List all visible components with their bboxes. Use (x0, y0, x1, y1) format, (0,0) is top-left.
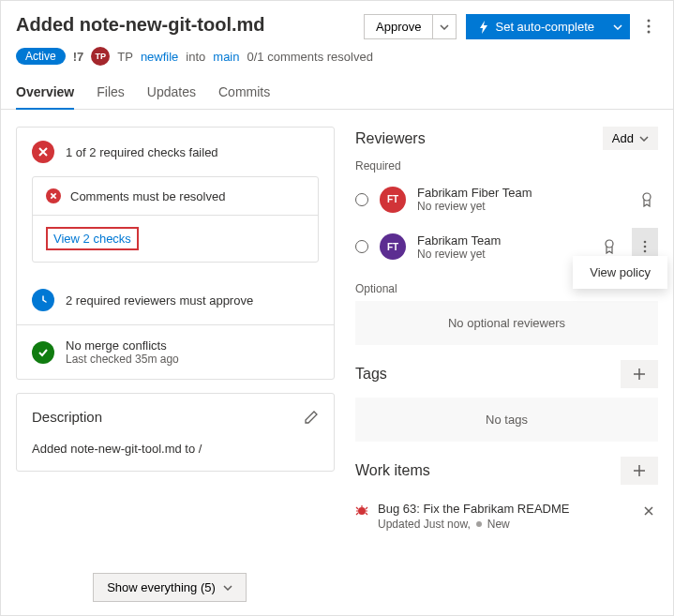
work-item-row: Bug 63: Fix the Fabrikam README Updated … (355, 494, 658, 538)
reviewer-vote-radio[interactable] (355, 193, 368, 206)
comments-must-resolve: Comments must be resolved (70, 189, 225, 203)
lightning-icon (478, 21, 489, 34)
author-avatar[interactable]: TP (91, 47, 110, 66)
reviewer-vote-radio[interactable] (355, 240, 368, 253)
svg-point-0 (648, 20, 651, 23)
state-dot-icon (476, 521, 482, 527)
close-icon (643, 505, 654, 517)
svg-point-9 (358, 507, 366, 515)
check-icon (32, 341, 54, 364)
checks-subcard: Comments must be resolved View 2 checks (32, 176, 319, 263)
no-tags: No tags (355, 398, 658, 442)
reviewer-status: No review yet (417, 248, 592, 261)
reviewer-row: FT Fabrikam Team No review yet View poli… (355, 220, 658, 273)
reviewer-name[interactable]: Fabrikam Team (417, 233, 592, 248)
svg-point-2 (648, 31, 651, 34)
approve-split: Approve (364, 14, 457, 39)
description-text: Added note-new-git-tool.md to / (32, 442, 319, 456)
work-item-updated: Updated Just now, (378, 518, 471, 531)
tab-updates[interactable]: Updates (147, 77, 196, 109)
add-work-item-button[interactable] (621, 457, 658, 485)
work-item-state: New (487, 518, 510, 531)
view-checks-link[interactable]: View 2 checks (53, 232, 131, 246)
plus-icon (633, 368, 646, 381)
chevron-down-icon (223, 585, 232, 591)
add-reviewer-button[interactable]: Add (603, 127, 658, 150)
reviewers-must-approve: 2 required reviewers must approve (66, 293, 253, 308)
into-label: into (186, 50, 205, 64)
tab-files[interactable]: Files (97, 77, 125, 109)
add-label: Add (612, 131, 634, 145)
bug-icon (355, 503, 368, 517)
autocomplete-label: Set auto-complete (495, 20, 594, 34)
fail-icon (46, 188, 61, 203)
chevron-down-icon (613, 24, 622, 30)
tab-overview[interactable]: Overview (16, 77, 74, 109)
approve-button[interactable]: Approve (364, 14, 432, 39)
clock-icon (32, 289, 54, 311)
svg-point-5 (606, 240, 613, 248)
tab-commits[interactable]: Commits (218, 77, 270, 109)
autocomplete-dropdown[interactable] (606, 14, 630, 39)
remove-work-item-button[interactable] (639, 502, 658, 520)
chevron-down-icon (639, 136, 649, 142)
reviewer-avatar[interactable]: FT (380, 233, 406, 260)
reviewers-title: Reviewers (355, 130, 426, 147)
svg-point-4 (643, 193, 651, 201)
approve-dropdown[interactable] (432, 14, 457, 39)
add-tag-button[interactable] (621, 360, 658, 388)
set-autocomplete-button[interactable]: Set auto-complete (466, 14, 606, 39)
description-title: Description (32, 409, 102, 425)
comments-resolved: 0/1 comments resolved (247, 50, 373, 64)
required-label: Required (355, 159, 658, 173)
show-everything-label: Show everything (5) (107, 580, 216, 594)
work-items-title: Work items (355, 462, 430, 479)
pr-id: !7 (73, 50, 84, 64)
more-actions-button[interactable] (639, 14, 658, 38)
meta-row: Active !7 TP TP newfile into main 0/1 co… (1, 47, 673, 77)
fail-icon (32, 141, 54, 163)
reviewer-row: FT Fabrikam Fiber Team No review yet (355, 178, 658, 220)
author-name: TP (117, 50, 133, 64)
svg-point-7 (644, 246, 647, 248)
edit-description-button[interactable] (304, 410, 319, 425)
reviewer-status: No review yet (417, 200, 630, 213)
pencil-icon (304, 410, 319, 425)
tabs: Overview Files Updates Commits (1, 77, 673, 110)
target-branch-link[interactable]: main (213, 50, 239, 64)
no-optional-reviewers: No optional reviewers (355, 301, 658, 345)
svg-point-6 (644, 241, 647, 244)
source-branch-link[interactable]: newfile (141, 50, 178, 64)
autocomplete-split: Set auto-complete (466, 14, 630, 39)
status-badge: Active (16, 48, 66, 65)
no-merge-conflicts: No merge conflicts (66, 338, 179, 353)
reviewer-name[interactable]: Fabrikam Fiber Team (417, 186, 630, 200)
reviewer-context-menu: View policy (573, 256, 667, 289)
ribbon-icon (604, 239, 615, 254)
view-checks-highlight: View 2 checks (46, 227, 139, 250)
reviewer-avatar[interactable]: FT (380, 187, 406, 213)
plus-icon (633, 464, 646, 477)
view-policy-menuitem[interactable]: View policy (590, 265, 651, 279)
svg-point-1 (648, 25, 651, 28)
page-title: Added note-new-git-tool.md (16, 14, 354, 36)
vertical-dots-icon (647, 19, 651, 34)
description-card: Description Added note-new-git-tool.md t… (16, 393, 335, 472)
chevron-down-icon (440, 24, 449, 30)
last-checked: Last checked 35m ago (66, 353, 179, 366)
tags-title: Tags (355, 366, 387, 383)
show-everything-button[interactable]: Show everything (5) (93, 573, 247, 602)
vertical-dots-icon (643, 240, 647, 253)
ribbon-icon (641, 192, 652, 207)
work-item-title[interactable]: Bug 63: Fix the Fabrikam README (378, 502, 630, 516)
checks-failed-text: 1 of 2 required checks failed (66, 145, 218, 159)
checks-card: 1 of 2 required checks failed Comments m… (16, 127, 335, 380)
svg-point-8 (644, 250, 647, 253)
